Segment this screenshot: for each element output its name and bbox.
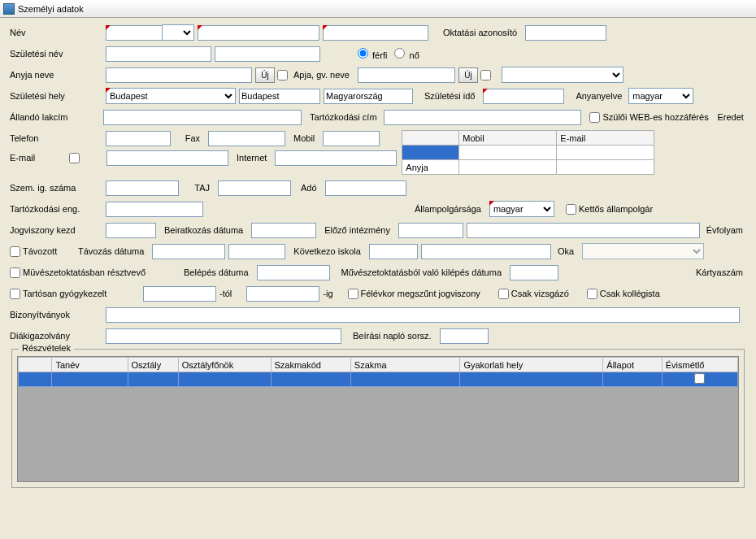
tavozas-extra-input[interactable]	[228, 244, 285, 259]
diakig-input[interactable]	[106, 328, 341, 344]
szulhely-orszag-input[interactable]	[324, 89, 413, 104]
felevkor-chk[interactable]	[348, 289, 358, 299]
fax-input[interactable]	[208, 131, 285, 146]
contact-cell[interactable]	[402, 146, 459, 160]
belepes-input[interactable]	[257, 265, 330, 280]
mobil-input[interactable]	[323, 131, 380, 146]
radio-ferfi[interactable]	[358, 48, 368, 59]
radio-no[interactable]	[394, 48, 405, 59]
contact-col-0	[402, 131, 459, 146]
beiratkozas-input[interactable]	[251, 223, 316, 238]
grid-cell[interactable]	[350, 372, 460, 387]
szuloi-web-chk[interactable]	[589, 112, 600, 123]
bizonyitvanyok-input[interactable]	[106, 307, 740, 323]
col-szakma: Szakma	[350, 358, 460, 372]
nev-prefix-select[interactable]	[162, 24, 194, 41]
contact-cell[interactable]	[557, 146, 654, 160]
contact-cell[interactable]	[557, 160, 654, 175]
tartozk-eng-input[interactable]	[106, 202, 203, 217]
legend-reszvetelek: Részvételek	[19, 343, 74, 353]
kov-iskola-name-input[interactable]	[421, 244, 551, 259]
email-input[interactable]	[106, 150, 228, 166]
csak-vizsgazo-chk[interactable]	[498, 289, 509, 299]
grid-cell[interactable]	[52, 372, 128, 387]
req-mark: Budapest	[106, 88, 236, 104]
tartosan-gyogy-chk[interactable]	[10, 289, 20, 299]
csak-kollegista-chk[interactable]	[587, 289, 597, 299]
col-szakmakod: Szakmakód	[271, 358, 350, 372]
label-ferfi: férfi	[372, 50, 387, 60]
label-eredet: Eredet	[717, 112, 746, 122]
taj-input[interactable]	[218, 180, 291, 196]
allampolg-select[interactable]: magyar	[489, 201, 554, 217]
szulido-input[interactable]	[483, 89, 564, 104]
gender-group: férfi nő	[353, 48, 419, 60]
ig-input[interactable]	[246, 286, 319, 302]
tart-cim-input[interactable]	[384, 110, 582, 125]
apja-neve-input[interactable]	[358, 67, 455, 83]
tol-input[interactable]	[143, 286, 216, 302]
uj-anyja-button[interactable]: Új	[255, 67, 275, 83]
muv-kilepes-input[interactable]	[510, 265, 558, 280]
label-email: E-mail	[10, 153, 67, 163]
oktatasi-azon-input[interactable]	[525, 25, 606, 41]
nev-vezeteknev-input[interactable]	[198, 25, 319, 41]
form: Név Oktatási azonosító Születési név fér…	[0, 18, 756, 494]
nev-keresztnev-input[interactable]	[323, 25, 428, 41]
allando-lakcim-input[interactable]	[103, 110, 302, 125]
tavozas-date-input[interactable]	[152, 244, 225, 259]
label-szuletesi-nev: Születési név	[10, 49, 106, 59]
label-taj: TAJ	[189, 183, 213, 193]
grid-cell[interactable]	[603, 372, 662, 387]
window-title: Személyi adatok	[18, 4, 84, 14]
telefon-input[interactable]	[106, 131, 171, 146]
anyja-neve-input[interactable]	[106, 67, 252, 83]
apja-select[interactable]	[502, 67, 623, 83]
muveszet-chk[interactable]	[10, 267, 20, 278]
grid-cell-evismetlo[interactable]	[662, 372, 737, 387]
szulnev2-input[interactable]	[215, 46, 320, 62]
szulhely-varos2-input[interactable]	[239, 89, 320, 104]
uj-apja-button[interactable]: Új	[458, 67, 478, 83]
tavozott-chk[interactable]	[10, 246, 20, 257]
grid-row[interactable]	[19, 372, 738, 387]
email-chk[interactable]	[69, 153, 80, 163]
oka-select[interactable]	[582, 243, 704, 259]
elozo-int-name-input[interactable]	[467, 223, 700, 238]
anyanyelv-select[interactable]: magyar	[628, 88, 693, 104]
contact-row[interactable]	[402, 146, 654, 160]
beirasi-naplo-input[interactable]	[440, 328, 489, 344]
grid-cell[interactable]	[271, 372, 350, 387]
label-elozo-intezmeny: Előző intézmény	[324, 225, 393, 235]
contact-cell[interactable]: Anyja	[402, 160, 459, 175]
label-oktatasi-azon: Oktatási azonosító	[443, 28, 520, 37]
szemig-input[interactable]	[106, 180, 179, 196]
elozo-int-code-input[interactable]	[398, 223, 463, 238]
contact-grid[interactable]: Mobil E-mail Anyja	[402, 130, 654, 175]
contact-cell[interactable]	[459, 160, 557, 175]
grid-cell[interactable]	[128, 372, 178, 387]
jogviszony-input[interactable]	[106, 223, 156, 238]
szulhely-varos-select[interactable]: Budapest	[106, 88, 236, 104]
contact-row[interactable]: Anyja	[402, 160, 654, 175]
evismetlo-chk[interactable]	[694, 373, 705, 384]
label-kovetkezo-iskola: Következo iskola	[293, 246, 364, 256]
szulnev1-input[interactable]	[106, 46, 211, 62]
internet-input[interactable]	[275, 150, 397, 166]
grid-cell[interactable]	[178, 372, 271, 387]
reszvetelek-grid[interactable]: Tanév Osztály Osztályfőnök Szakmakód Sza…	[18, 357, 738, 387]
label-telefon: Telefon	[10, 133, 106, 143]
col-blank	[19, 358, 52, 372]
ado-input[interactable]	[325, 180, 406, 196]
col-gyakorlati-hely: Gyakorlati hely	[460, 358, 603, 372]
label-fax: Fax	[179, 133, 203, 143]
apja-chk[interactable]	[480, 70, 491, 80]
grid-cell[interactable]	[460, 372, 603, 387]
anyja-chk[interactable]	[277, 70, 288, 80]
grid-cell[interactable]	[19, 372, 52, 387]
kov-iskola-code-input[interactable]	[369, 244, 418, 259]
nev-prefix-input[interactable]	[106, 25, 163, 41]
req-mark	[198, 25, 319, 41]
kettos-chk[interactable]	[566, 204, 576, 215]
contact-cell[interactable]	[459, 146, 557, 160]
